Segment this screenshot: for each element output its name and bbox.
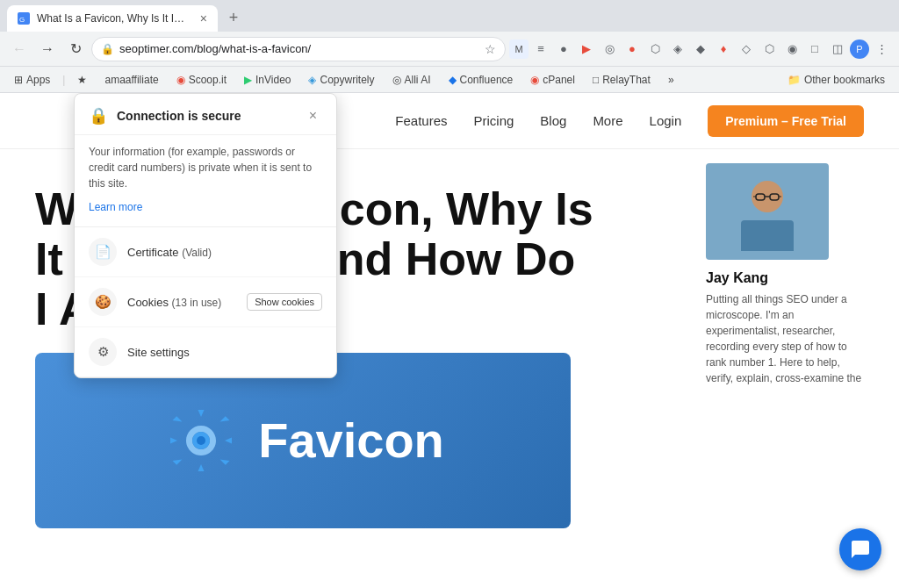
ext-icon-3[interactable]: ● <box>553 39 574 60</box>
ext-icon-9[interactable]: ◆ <box>690 39 711 60</box>
url-text: seoptimer.com/blog/what-is-a-favicon/ <box>119 42 311 55</box>
tab-title: What Is a Favicon, Why Is It Impo... <box>37 12 193 25</box>
extension-icons: M ≡ ● ▶ ◎ ● ⬡ ◈ ◆ ♦ ◇ ⬡ ◉ □ ◫ P ⋮ <box>509 39 892 60</box>
author-sidebar: Jay Kang Putting all things SEO under a … <box>706 163 864 386</box>
bookmark-label: RelayThat <box>602 74 651 86</box>
bookmark-confluence[interactable]: ◆ Confluence <box>442 72 521 88</box>
reload-button[interactable]: ↻ <box>63 37 88 61</box>
cookies-badge: (13 in use) <box>172 297 222 309</box>
certificate-label: Certificate (Valid) <box>127 246 322 259</box>
ext-icon-11[interactable]: ◇ <box>736 39 757 60</box>
nav-blog[interactable]: Blog <box>540 113 566 128</box>
other-bookmarks-label: Other bookmarks <box>804 74 885 86</box>
tab-favicon: G <box>18 12 30 25</box>
ext-icon-8[interactable]: ◈ <box>667 39 688 60</box>
ext-icon-13[interactable]: ◉ <box>781 39 802 60</box>
bookmark-star-icon[interactable]: ☆ <box>485 42 496 56</box>
tab-bar: G What Is a Favicon, Why Is It Impo... ×… <box>0 0 899 32</box>
alliai-icon: ◎ <box>392 74 401 86</box>
popup-row-site-settings[interactable]: ⚙ Site settings <box>75 327 336 377</box>
menu-icon[interactable]: ⋮ <box>871 39 892 60</box>
nav-more[interactable]: More <box>593 113 622 128</box>
tab-close-button[interactable]: × <box>200 11 207 25</box>
popup-body: Your information (for example, passwords… <box>75 135 336 226</box>
author-name: Jay Kang <box>706 270 864 286</box>
bookmark-amaaffiliate[interactable]: amaaffiliate <box>97 72 165 88</box>
bookmark-invideo[interactable]: ▶ InVideo <box>237 72 298 88</box>
bookmark-scoopit[interactable]: ◉ Scoop.it <box>169 72 234 88</box>
featured-image: Favicon <box>35 353 571 528</box>
bookmark-label: amaaffiliate <box>104 74 158 86</box>
bookmark-copywritely[interactable]: ◈ Copywritely <box>301 72 381 88</box>
chat-bubble-button[interactable] <box>839 528 881 570</box>
premium-cta-button[interactable]: Premium – Free Trial <box>708 105 864 137</box>
cpanel-icon: ◉ <box>530 74 539 86</box>
ext-icon-12[interactable]: ⬡ <box>759 39 780 60</box>
invideo-icon: ▶ <box>244 74 252 86</box>
svg-text:G: G <box>19 16 25 23</box>
bookmark-relaythat[interactable]: □ RelayThat <box>586 72 658 88</box>
cookies-icon: 🍪 <box>89 288 117 316</box>
bookmark-more[interactable]: » <box>661 72 681 88</box>
bookmark-label: Scoop.it <box>189 74 227 86</box>
bookmark-separator: | <box>62 74 65 86</box>
ext-icon-14[interactable]: □ <box>804 39 825 60</box>
svg-rect-5 <box>741 220 794 251</box>
ext-icon-2[interactable]: ≡ <box>530 39 551 60</box>
ext-icon-15[interactable]: ◫ <box>827 39 848 60</box>
copywritely-icon: ◈ <box>308 74 316 86</box>
popup-header: 🔒 Connection is secure × <box>75 94 336 135</box>
popup-close-button[interactable]: × <box>304 106 322 125</box>
active-tab[interactable]: G What Is a Favicon, Why Is It Impo... × <box>7 5 218 32</box>
author-avatar-image <box>723 172 811 251</box>
nav-login[interactable]: Login <box>650 113 682 128</box>
cookies-label: Cookies (13 in use) <box>127 296 236 309</box>
forward-button[interactable]: → <box>35 37 60 61</box>
other-bookmarks[interactable]: 📁 Other bookmarks <box>780 72 892 88</box>
ext-icon-5[interactable]: ◎ <box>599 39 620 60</box>
show-cookies-button[interactable]: Show cookies <box>247 293 322 311</box>
chat-icon <box>850 539 871 560</box>
security-popup: 🔒 Connection is secure × Your informatio… <box>74 93 337 378</box>
bookmark-star[interactable]: ★ <box>70 72 94 88</box>
bookmark-label: InVideo <box>255 74 291 86</box>
bookmark-apps[interactable]: ⊞ Apps <box>7 72 57 88</box>
bookmark-label: Copywritely <box>320 74 374 86</box>
bookmark-cpanel[interactable]: ◉ cPanel <box>523 72 582 88</box>
ext-icon-1[interactable]: M <box>509 39 529 59</box>
apps-grid-icon: ⊞ <box>14 74 23 86</box>
bookmark-label: Alli AI <box>405 74 431 86</box>
author-bio: Putting all things SEO under a microscop… <box>706 291 864 386</box>
site-settings-icon: ⚙ <box>89 338 117 366</box>
scoopit-icon: ◉ <box>176 74 185 86</box>
bookmark-label: cPanel <box>543 74 575 86</box>
ext-icon-7[interactable]: ⬡ <box>644 39 665 60</box>
site-settings-label: Site settings <box>127 346 322 359</box>
popup-row-cookies[interactable]: 🍪 Cookies (13 in use) Show cookies <box>75 277 336 327</box>
certificate-badge: (Valid) <box>182 247 212 259</box>
ext-icon-10[interactable]: ♦ <box>713 39 734 60</box>
popup-row-certificate[interactable]: 📄 Certificate (Valid) <box>75 227 336 277</box>
nav-features[interactable]: Features <box>395 113 447 128</box>
learn-more-link[interactable]: Learn more <box>89 201 142 213</box>
bookmark-label: Confluence <box>460 74 514 86</box>
folder-icon: 📁 <box>788 74 801 86</box>
popup-header-content: 🔒 Connection is secure <box>89 106 241 125</box>
back-button[interactable]: ← <box>7 37 32 61</box>
address-bar[interactable]: 🔒 seoptimer.com/blog/what-is-a-favicon/ … <box>91 37 506 61</box>
popup-title: Connection is secure <box>117 109 241 123</box>
ext-icon-4[interactable]: ▶ <box>576 39 597 60</box>
bookmark-alliai[interactable]: ◎ Alli AI <box>385 72 438 88</box>
lock-icon: 🔒 <box>101 43 114 55</box>
ext-icon-6[interactable]: ● <box>622 39 643 60</box>
star-bookmark-icon: ★ <box>77 74 87 86</box>
certificate-icon: 📄 <box>89 238 117 266</box>
profile-icon[interactable]: P <box>850 39 869 59</box>
favicon-label: Favicon <box>258 412 444 469</box>
popup-description: Your information (for example, passwords… <box>89 144 322 191</box>
page-content: Features Pricing Blog More Login Premium… <box>0 93 899 588</box>
relaythat-icon: □ <box>593 74 599 86</box>
nav-pricing[interactable]: Pricing <box>473 113 514 128</box>
new-tab-button[interactable]: + <box>221 5 246 30</box>
svg-point-2 <box>197 436 205 445</box>
